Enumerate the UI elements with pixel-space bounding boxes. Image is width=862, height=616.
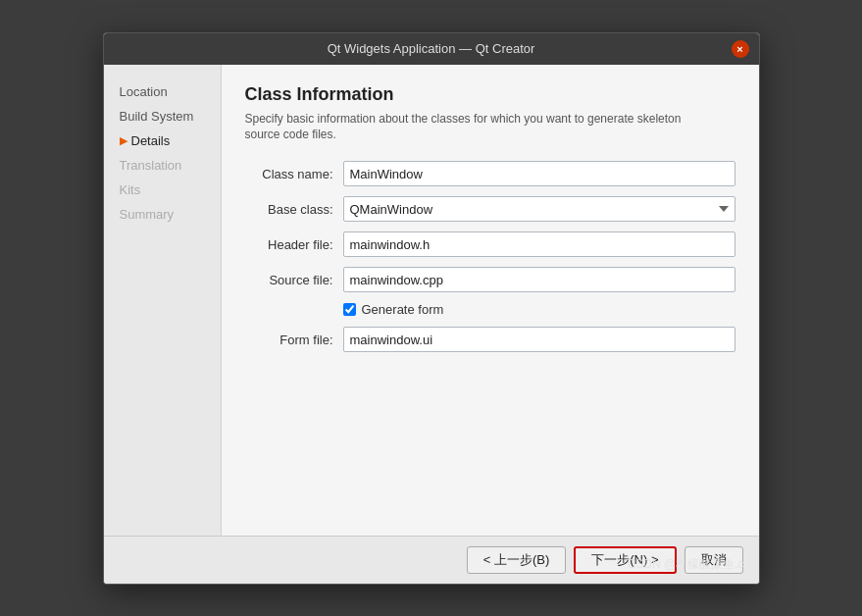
main-dialog: Qt Widgets Application — Qt Creator × Lo…: [103, 32, 760, 585]
form-file-label: Form file:: [245, 333, 343, 347]
section-title: Class Information: [245, 84, 735, 105]
header-file-label: Header file:: [245, 237, 343, 252]
details-label: Details: [131, 133, 171, 148]
form-file-input[interactable]: [343, 327, 735, 352]
class-name-input[interactable]: [343, 161, 735, 186]
location-label: Location: [120, 84, 168, 99]
base-class-select[interactable]: QMainWindow QWidget QDialog: [343, 196, 735, 222]
kits-label: Kits: [120, 182, 141, 197]
header-file-row: Header file:: [245, 231, 735, 257]
title-bar: Qt Widgets Application — Qt Creator ×: [104, 33, 759, 65]
source-file-label: Source file:: [245, 273, 343, 287]
sidebar-item-build-system[interactable]: Build System: [112, 105, 213, 128]
active-arrow-icon: ▶: [120, 134, 127, 147]
window-title: Qt Widgets Application — Qt Creator: [131, 41, 732, 56]
sidebar: Location Build System ▶ Details Translat…: [104, 65, 222, 536]
class-name-row: Class name:: [245, 161, 735, 186]
base-class-row: Base class: QMainWindow QWidget QDialog: [245, 196, 735, 222]
class-name-label: Class name:: [245, 167, 343, 181]
generate-form-row: Generate form: [343, 302, 735, 317]
form-file-row: Form file:: [245, 327, 735, 352]
generate-form-label[interactable]: Generate form: [362, 302, 444, 317]
sidebar-item-kits: Kits: [112, 179, 213, 201]
sidebar-item-translation: Translation: [112, 154, 213, 177]
close-button[interactable]: ×: [732, 40, 749, 58]
summary-label: Summary: [120, 207, 175, 222]
generate-form-checkbox[interactable]: [343, 303, 356, 316]
prev-button[interactable]: < 上一步(B): [467, 546, 567, 574]
sidebar-item-details[interactable]: ▶ Details: [112, 129, 213, 152]
sidebar-item-location[interactable]: Location: [112, 80, 213, 103]
section-description: Specify basic information about the clas…: [245, 111, 716, 144]
base-class-label: Base class:: [245, 202, 343, 217]
translation-label: Translation: [120, 158, 182, 173]
watermark: CSDN @柠檬酸菜鱼.c: [628, 556, 744, 573]
build-system-label: Build System: [120, 109, 194, 124]
source-file-input[interactable]: [343, 267, 735, 292]
source-file-row: Source file:: [245, 267, 735, 292]
dialog-body: Location Build System ▶ Details Translat…: [104, 65, 759, 536]
header-file-input[interactable]: [343, 231, 735, 257]
main-content: Class Information Specify basic informat…: [222, 65, 759, 536]
sidebar-item-summary: Summary: [112, 203, 213, 226]
